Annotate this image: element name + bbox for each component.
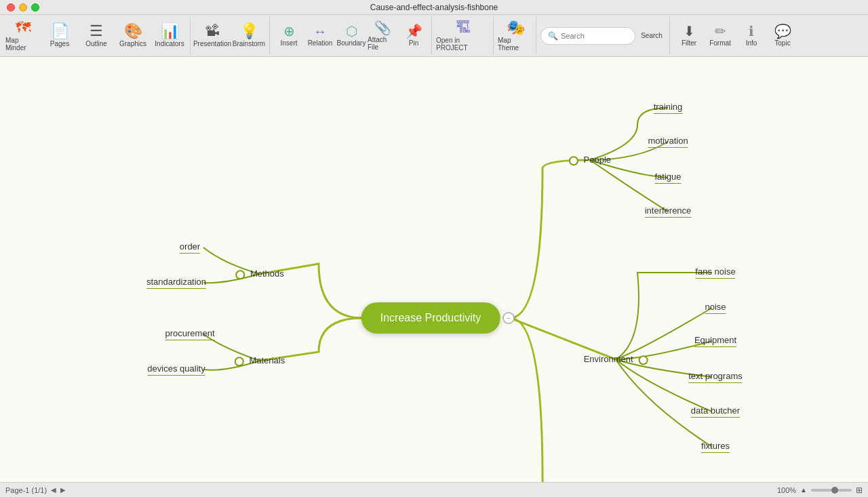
map-theme-button[interactable]: 🎭 Map Theme (498, 18, 533, 54)
people-label: People (584, 155, 611, 165)
fixtures-label: fixtures (701, 441, 730, 451)
node-equipment[interactable]: Equipment (694, 335, 736, 347)
methods-label: Methods (250, 269, 284, 279)
toolbar-group-search: 🔍 Search (538, 17, 670, 55)
zoom-thumb[interactable] (831, 487, 838, 494)
info-icon: ℹ (749, 24, 754, 38)
training-label: training (654, 102, 683, 112)
brainstorm-icon: 💡 (240, 24, 258, 39)
node-data-butcher[interactable]: data butcher (691, 405, 740, 418)
fatigue-label: fatigue (654, 172, 681, 182)
close-button[interactable] (7, 3, 15, 12)
format-icon: ✏ (715, 24, 726, 38)
mapminder-button[interactable]: 🗺 Map Minder (5, 18, 41, 54)
central-label: Increase Productivity (380, 312, 481, 323)
graphics-button[interactable]: 🎨 Graphics (115, 18, 151, 54)
attach-button[interactable]: 📎 Attach File (368, 18, 397, 54)
equipment-label: Equipment (694, 335, 736, 345)
project-icon: 🏗 (456, 20, 471, 35)
titlebar: Cause-and-effect-analysis-fishbone (0, 0, 868, 15)
indicators-icon: 📊 (161, 24, 179, 39)
node-noise[interactable]: noise (705, 302, 726, 314)
project-label: Open in PROJECT (436, 37, 490, 52)
insert-label: Insert (280, 39, 297, 47)
outline-button[interactable]: ☰ Outline (79, 18, 114, 54)
bottom-left: Page-1 (1/1) ◀ ▶ (5, 486, 66, 494)
node-fans-noise[interactable]: fans noise (695, 266, 735, 279)
search-label: Search (641, 32, 663, 39)
format-label: Format (709, 39, 731, 47)
fans-noise-label: fans noise (695, 266, 735, 277)
insert-button[interactable]: ⊕ Insert (274, 18, 304, 54)
presentation-icon: 📽 (205, 24, 220, 39)
zoom-level: 100% (777, 486, 796, 494)
mindmap-svg: − (0, 57, 868, 497)
page-prev-button[interactable]: ◀ (51, 486, 56, 494)
canvas: − Increase Productivity People training … (0, 57, 868, 497)
brainstorm-label: Brainstorm (233, 40, 265, 47)
indicators-label: Indicators (155, 40, 184, 47)
minimize-button[interactable] (19, 3, 27, 12)
topic-label: Topic (774, 39, 790, 47)
node-people[interactable]: People (569, 155, 611, 165)
relation-button[interactable]: ↔ Relation (305, 18, 335, 54)
window-title: Cause-and-effect-analysis-fishbone (370, 3, 498, 12)
node-fatigue[interactable]: fatigue (654, 172, 681, 184)
node-methods[interactable]: Methods (235, 269, 284, 279)
mapminder-icon: 🗺 (16, 20, 31, 35)
theme-icon: 🎭 (507, 20, 525, 35)
standardization-label: standardization (146, 277, 206, 287)
topic-button[interactable]: 💬 Topic (768, 18, 797, 54)
svg-point-0 (503, 313, 514, 323)
toolbar-group-actions: ⬇ Filter ✏ Format ℹ Info 💬 Topic (671, 17, 800, 55)
filter-icon: ⬇ (684, 24, 695, 38)
node-environment[interactable]: Environment (584, 354, 648, 365)
node-devices-quality[interactable]: devices quality (147, 363, 205, 376)
zoom-up-icon[interactable]: ▲ (800, 486, 807, 494)
pin-button[interactable]: 📌 Pin (399, 18, 429, 54)
node-materials[interactable]: Materials (235, 355, 285, 366)
zoom-slider[interactable] (811, 489, 852, 492)
info-button[interactable]: ℹ Info (736, 18, 766, 54)
node-interference[interactable]: interference (645, 205, 692, 218)
page-next-button[interactable]: ▶ (60, 486, 66, 494)
central-node[interactable]: Increase Productivity (361, 302, 500, 334)
pin-icon: 📌 (406, 24, 422, 38)
search-input[interactable] (561, 32, 635, 40)
open-project-button[interactable]: 🏗 Open in PROJECT (436, 18, 490, 54)
mapminder-label: Map Minder (5, 37, 41, 52)
data-butcher-label: data butcher (691, 405, 740, 416)
toolbar-group-project: 🏗 Open in PROJECT (433, 17, 494, 55)
pages-button[interactable]: 📄 Pages (42, 18, 77, 54)
node-motivation[interactable]: motivation (648, 136, 688, 148)
environment-label: Environment (584, 354, 633, 364)
noise-label: noise (705, 302, 726, 312)
order-label: order (180, 241, 200, 252)
page-info: Page-1 (1/1) (5, 486, 47, 494)
relation-icon: ↔ (313, 24, 327, 38)
presentation-button[interactable]: 📽 Presentation (195, 18, 230, 54)
interference-label: interference (645, 205, 692, 216)
topic-icon: 💬 (774, 24, 791, 38)
node-procurement[interactable]: procurement (165, 328, 215, 340)
node-standardization[interactable]: standardization (146, 277, 206, 289)
svg-text:−: − (507, 315, 511, 322)
node-training[interactable]: training (654, 102, 683, 114)
info-label: Info (746, 39, 757, 47)
node-text-programs[interactable]: text programs (688, 371, 742, 383)
outline-icon: ☰ (90, 24, 103, 39)
filter-button[interactable]: ⬇ Filter (674, 18, 704, 54)
format-button[interactable]: ✏ Format (705, 18, 735, 54)
maximize-button[interactable] (31, 3, 39, 12)
node-order[interactable]: order (180, 241, 200, 254)
toolbar-group-theme: 🎭 Map Theme (495, 17, 536, 55)
text-programs-label: text programs (688, 371, 742, 381)
boundary-label: Boundary (337, 39, 366, 47)
node-fixtures[interactable]: fixtures (701, 441, 730, 453)
search-box[interactable]: 🔍 (540, 27, 635, 45)
boundary-button[interactable]: ⬡ Boundary (336, 18, 366, 54)
zoom-fit-button[interactable]: ⊞ (856, 485, 863, 495)
brainstorm-button[interactable]: 💡 Brainstorm (231, 18, 267, 54)
indicators-button[interactable]: 📊 Indicators (152, 18, 187, 54)
bottombar: Page-1 (1/1) ◀ ▶ 100% ▲ ⊞ (0, 482, 868, 497)
